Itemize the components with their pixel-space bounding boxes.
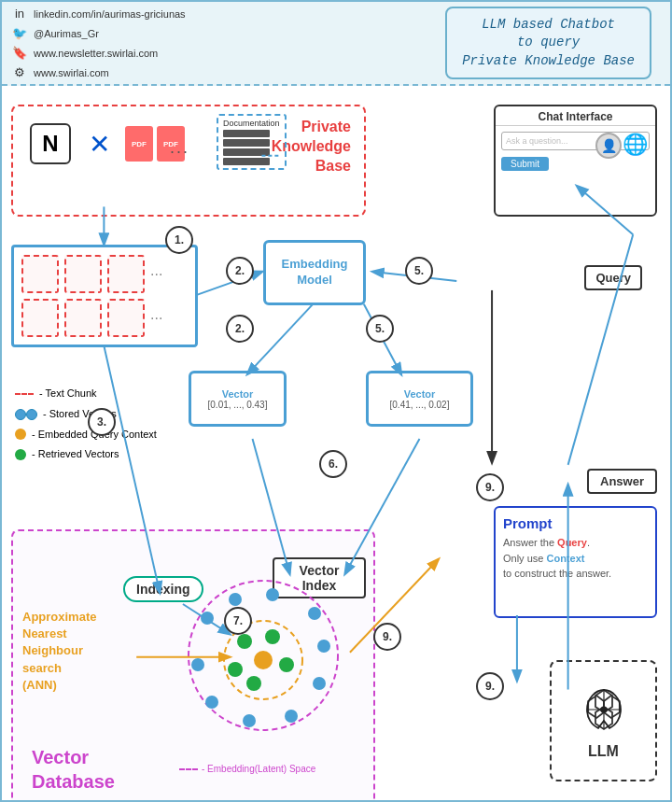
- avatar: 👤: [595, 133, 622, 159]
- pdf-icons: PDF PDF: [125, 123, 209, 164]
- llm-logo-icon: [576, 682, 632, 738]
- legend-green-dot: [26, 409, 37, 420]
- svg-point-22: [308, 607, 321, 620]
- website-icon: ⚙: [11, 64, 28, 81]
- svg-point-29: [237, 634, 252, 649]
- step-2a-circle: 2.: [226, 257, 254, 285]
- title-text: LLM based Chatbot to query Private Knowl…: [462, 16, 635, 71]
- doc-stack: [223, 130, 280, 165]
- svg-point-37: [600, 706, 607, 712]
- svg-line-2: [248, 304, 314, 374]
- dots-label: ···: [170, 142, 189, 162]
- query-box: Query: [584, 265, 642, 290]
- svg-point-24: [313, 677, 326, 690]
- chunk-grid: ··· ···: [21, 255, 188, 337]
- diagram-area: Private Knowledge Base N ✕ PDF PDF ··· D…: [2, 86, 670, 800]
- text-chunk-box: ··· ···: [11, 245, 198, 347]
- twitter-text: @Aurimas_Gr: [34, 28, 99, 39]
- step-7-circle: 7.: [224, 607, 252, 635]
- title-box: LLM based Chatbot to query Private Knowl…: [445, 7, 651, 80]
- chat-title: Chat Interface: [496, 106, 655, 126]
- chunk-2: [64, 255, 102, 293]
- header: in linkedin.com/in/aurimas-griciunas 🐦 @…: [2, 2, 670, 86]
- svg-point-33: [228, 662, 243, 677]
- step-5b-circle: 5.: [366, 315, 394, 343]
- prompt-box: Prompt Answer the Query. Only use Contex…: [494, 506, 657, 618]
- doc-box: Documentation: [217, 114, 287, 170]
- svg-point-25: [285, 710, 298, 723]
- svg-point-34: [254, 651, 273, 669]
- embedding-space-label: - Embedding(Latent) Space: [179, 764, 315, 774]
- linkedin-icon: in: [11, 6, 28, 22]
- chunk-6: [107, 299, 145, 337]
- vector2-box: Vector [0.41, ..., 0.02]: [366, 371, 473, 427]
- legend-stored-vectors: - Stored Vectors: [15, 405, 157, 424]
- pdf-file-1: PDF: [125, 126, 153, 162]
- legend-retrieved-vectors: - Retrieved Vectors: [15, 445, 157, 464]
- svg-point-28: [191, 658, 204, 671]
- svg-point-31: [279, 657, 294, 672]
- chunk-5: [64, 299, 102, 337]
- embedding-model-box: Embedding Model: [263, 240, 366, 305]
- social-links: in linkedin.com/in/aurimas-griciunas 🐦 @…: [11, 6, 445, 81]
- pkb-box: Private Knowledge Base N ✕ PDF PDF ··· D…: [11, 105, 366, 217]
- newsletter-icon: 🔖: [11, 45, 28, 62]
- svg-point-23: [317, 640, 330, 653]
- chunk-3: [107, 255, 145, 293]
- answer-box: Answer: [587, 469, 657, 494]
- vdb-label: Vector Database: [32, 745, 115, 794]
- vector1-box: Vector [0.01, ..., 0.43]: [189, 371, 287, 427]
- chunk-1: [21, 255, 59, 293]
- legend-embedded-query: - Embedded Query Context: [15, 426, 157, 444]
- chunk-4: [21, 299, 59, 337]
- main-container: in linkedin.com/in/aurimas-griciunas 🐦 @…: [0, 0, 672, 802]
- legend-text-chunk: - Text Chunk: [15, 385, 157, 403]
- step-9b-circle: 9.: [373, 623, 401, 651]
- twitter-icon: 🐦: [11, 25, 28, 42]
- svg-point-19: [201, 612, 214, 625]
- submit-button[interactable]: Submit: [501, 157, 549, 171]
- prompt-title: Prompt: [503, 515, 648, 531]
- confluence-icon: ✕: [78, 123, 119, 164]
- svg-point-21: [266, 588, 279, 601]
- legend-dash-icon: [15, 393, 34, 395]
- chat-interface-box: Chat Interface 🌐 👤 Ask a question... Sub…: [494, 105, 657, 217]
- step-5a-circle: 5.: [405, 257, 433, 285]
- step-9a-circle: 9.: [476, 473, 504, 501]
- linkedin-text: linkedin.com/in/aurimas-griciunas: [34, 8, 186, 20]
- prompt-text: Answer the Query. Only use Context to co…: [503, 535, 648, 582]
- step-9c-circle: 9.: [476, 672, 504, 700]
- linkedin-item: in linkedin.com/in/aurimas-griciunas: [11, 6, 445, 22]
- vector1-values: [0.01, ..., 0.43]: [208, 400, 268, 410]
- llm-box: LLM: [550, 660, 657, 781]
- query-highlight: Query: [557, 537, 587, 548]
- legend: - Text Chunk - Stored Vectors - Embedded…: [15, 385, 157, 466]
- twitter-item: 🐦 @Aurimas_Gr: [11, 25, 445, 42]
- notion-icon: N: [30, 123, 71, 164]
- svg-point-27: [205, 696, 218, 709]
- svg-point-26: [243, 714, 256, 727]
- legend-orange-dot: [15, 429, 26, 440]
- context-highlight: Context: [546, 553, 584, 564]
- legend-darkgreen-dot: [15, 449, 26, 460]
- svg-point-30: [265, 629, 280, 644]
- newsletter-text: www.newsletter.swirlai.com: [34, 48, 158, 59]
- step-3-circle: 3.: [88, 408, 116, 436]
- vector2-values: [0.41, ..., 0.02]: [390, 400, 450, 410]
- ann-text: ApproximateNearestNeighboursearch(ANN): [22, 609, 134, 694]
- newsletter-item: 🔖 www.newsletter.swirlai.com: [11, 45, 445, 62]
- vector1-label: Vector: [222, 388, 254, 400]
- vector-space-diagram: [179, 571, 347, 739]
- embedding-label: Embedding Model: [282, 257, 348, 288]
- website-item: ⚙ www.swirlai.com: [11, 64, 445, 81]
- globe-icon: 🌐: [623, 133, 648, 157]
- embedding-space-dash: [179, 768, 198, 770]
- step-1-circle: 1.: [165, 226, 193, 254]
- step-2b-circle: 2.: [226, 315, 254, 343]
- legend-blue-dot: [15, 409, 26, 420]
- svg-point-20: [229, 593, 242, 606]
- svg-point-32: [246, 676, 261, 691]
- step-6-circle: 6.: [319, 450, 347, 478]
- llm-label: LLM: [588, 743, 619, 760]
- doc-label: Documentation: [223, 119, 280, 128]
